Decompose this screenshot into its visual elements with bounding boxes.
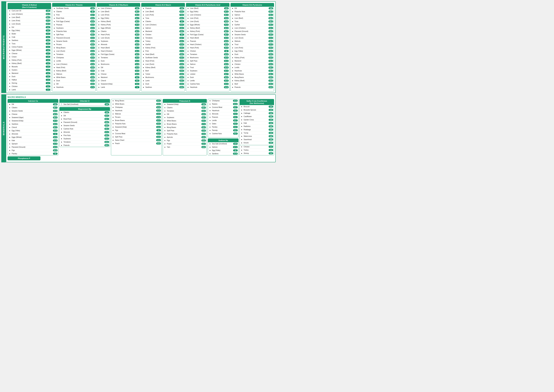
food-icon: ● bbox=[164, 113, 166, 115]
food-icon: ● bbox=[53, 83, 55, 85]
food-value: 25.4 bbox=[156, 103, 161, 105]
list-item: ● Kidney (Beef) 25.6 bbox=[231, 79, 274, 82]
food-name: Duck bbox=[190, 77, 224, 78]
food-icon: ● bbox=[112, 129, 114, 132]
food-name: Egg (Yolks) bbox=[12, 130, 53, 132]
food-name: Cheese bbox=[101, 73, 135, 75]
list-item: ● Tomatoes 13.3 bbox=[97, 56, 140, 59]
food-name: Salmon bbox=[145, 27, 179, 29]
food-name: Cilantro bbox=[101, 30, 135, 32]
food-value: 50.5 bbox=[179, 24, 184, 26]
list-item: ● Dill 100 bbox=[8, 103, 58, 106]
food-value: 23.2 bbox=[53, 123, 58, 125]
food-icon: ● bbox=[8, 26, 11, 28]
food-icon: ● bbox=[8, 113, 11, 115]
minerals-content: MACRO MINERALS Calcium Ca ● Dill 100 ● C… bbox=[6, 94, 276, 162]
list-item: ● Cashew Nuts 13.4 bbox=[186, 82, 229, 86]
food-name: Cheese bbox=[12, 53, 46, 54]
food-value: 43.6 bbox=[90, 20, 95, 22]
list-item: ● Lamb 8 bbox=[97, 86, 140, 89]
food-name: Peanuts bbox=[145, 7, 179, 9]
list-item: ● Liver (Beef) 84.8 bbox=[141, 10, 185, 13]
food-icon: ● bbox=[187, 70, 189, 72]
food-name: Lamb bbox=[12, 89, 46, 91]
food-name: Heart (Pork) bbox=[101, 34, 135, 35]
food-name: Almonds bbox=[101, 44, 135, 45]
food-icon: ● bbox=[8, 142, 11, 145]
food-value: 38.7 bbox=[224, 30, 229, 32]
list-item: ● Lentils 8.7 bbox=[208, 119, 238, 122]
food-icon: ● bbox=[142, 10, 145, 13]
food-name: White Beans bbox=[235, 73, 269, 75]
vitamin-a-column: Vitamin A Retinol(See ß-Carotene) ● Cod … bbox=[7, 3, 51, 91]
list-item: ● Chicken 1.1 bbox=[8, 85, 51, 88]
food-icon: ● bbox=[209, 146, 211, 148]
list-item: ● Salmon 56.4 bbox=[231, 13, 274, 17]
food-icon: ● bbox=[60, 128, 63, 130]
food-name: Soybeans bbox=[101, 40, 135, 42]
food-name: Sea Salt (Unrefined) bbox=[212, 143, 233, 145]
food-value: 26.9 bbox=[104, 141, 109, 143]
list-item: ● Heart (Pork) 29.8 bbox=[186, 46, 229, 49]
food-value: 100 bbox=[269, 115, 273, 118]
food-value: 35.5 bbox=[269, 50, 273, 52]
list-item: ● Liver (Beef) 56.4 bbox=[231, 17, 274, 20]
food-value: 28.1 bbox=[269, 70, 273, 72]
food-value: 100 bbox=[224, 7, 229, 9]
food-icon: ● bbox=[112, 135, 114, 138]
list-item: ● Tomatoes 24.2 bbox=[52, 53, 96, 56]
list-item: ● Liver (Duck) 25.8 bbox=[52, 49, 96, 53]
food-value: 53.2 bbox=[90, 17, 95, 19]
list-item: ● Mackerel 32.4 bbox=[231, 59, 274, 63]
list-item: ● Kidney (Beef) 55.3 bbox=[97, 20, 140, 23]
food-name: Sesame Seeds bbox=[12, 110, 53, 112]
food-name: Kidney (Beef) bbox=[235, 80, 269, 82]
food-name: Soybeans bbox=[63, 138, 104, 140]
list-item: ● Heart (Beef) 21.1 bbox=[97, 46, 140, 49]
food-value: 4.3 bbox=[269, 146, 273, 148]
food-name: Brown Beans bbox=[115, 119, 156, 121]
food-icon: ● bbox=[240, 138, 243, 141]
vitamin-b1-items: ● Sunflower Seeds 100 ● Cilantro 59 ● Po… bbox=[52, 7, 96, 89]
food-value: 47.9 bbox=[135, 24, 139, 26]
food-icon: ● bbox=[164, 116, 166, 119]
food-value: 8.3 bbox=[233, 123, 238, 125]
food-value: 16.4 bbox=[201, 126, 206, 128]
food-icon: ● bbox=[164, 106, 166, 109]
food-name: Mung Beans bbox=[115, 100, 156, 102]
list-item: ● Seaweed (Agar) 38.4 bbox=[8, 116, 58, 119]
food-name: Mackerel bbox=[12, 72, 46, 74]
list-item: ● White Beans 20.2 bbox=[163, 119, 207, 122]
food-icon: ● bbox=[209, 112, 211, 115]
food-name: Mackerel bbox=[235, 60, 269, 62]
food-icon: ● bbox=[240, 112, 243, 115]
food-value: 53.5 bbox=[53, 110, 58, 112]
food-icon: ● bbox=[164, 139, 166, 142]
vitamin-b2-header: Vitamin B-2 Riboflavin bbox=[97, 3, 140, 7]
list-item: ● Walnuts 40.4 bbox=[231, 40, 274, 43]
vitamin-b5-column: Vitamin B-5 Pantothenic Acid ● Liver (Be… bbox=[186, 3, 229, 91]
food-name: Walnuts bbox=[115, 113, 156, 115]
food-name: Seaweed (Kelp) bbox=[115, 126, 156, 128]
food-name: Oysters bbox=[12, 69, 46, 71]
food-name: Turkey bbox=[244, 149, 269, 151]
list-item: ● Chicken 49 bbox=[141, 33, 185, 36]
food-name: Mushrooms bbox=[101, 63, 135, 65]
list-item: ● Egg (Yolks) 4.4 bbox=[8, 29, 51, 32]
list-item: ● Parsley 10 bbox=[8, 152, 58, 155]
list-item: ● Tuna 66.2 bbox=[141, 17, 185, 20]
food-value: 26 bbox=[224, 50, 229, 52]
list-item: ● Heart (Pork) 31.8 bbox=[141, 59, 185, 63]
list-item: ● Lobster 18.7 bbox=[186, 72, 229, 76]
food-value: 18.9 bbox=[90, 83, 95, 85]
food-name: Dill bbox=[12, 103, 53, 105]
list-item: ● Dill 84.5 bbox=[60, 114, 110, 117]
food-name: Chicken bbox=[145, 34, 179, 35]
food-value: 10.5 bbox=[156, 136, 161, 138]
food-value: 52.1 bbox=[46, 16, 50, 18]
food-icon: ● bbox=[142, 7, 145, 10]
list-item: ● Shrimp 3.8 bbox=[240, 152, 274, 155]
food-icon: ● bbox=[142, 20, 145, 23]
food-icon: ● bbox=[97, 47, 100, 49]
food-name: Coconut Meat bbox=[212, 106, 233, 108]
